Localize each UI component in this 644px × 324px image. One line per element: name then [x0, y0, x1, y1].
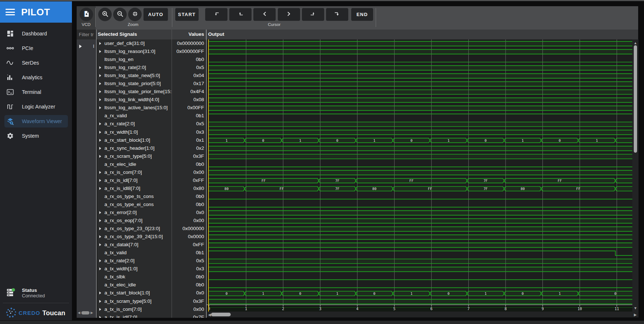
tree-root-node[interactable]: l: [77, 43, 96, 50]
signal-row[interactable]: a_rx_valid0b1: [97, 112, 206, 120]
expand-arrow-icon[interactable]: [99, 227, 101, 230]
signal-row[interactable]: user_def_clk[31:0]0x00000000: [97, 39, 206, 47]
sidebar-item-terminal[interactable]: Terminal: [0, 85, 72, 99]
zoom-fit-button[interactable]: [128, 8, 142, 21]
signal-row[interactable]: a_rx_os_eop[7:0]0x00: [97, 217, 206, 225]
expand-arrow-icon[interactable]: [99, 122, 101, 125]
signal-row[interactable]: a_tx_rate[2:0]0x5: [97, 257, 206, 265]
scroll-right-icon[interactable]: ▶: [634, 313, 637, 317]
expand-arrow-icon[interactable]: [99, 131, 101, 134]
scroll-left-icon[interactable]: ◀: [208, 313, 211, 317]
expand-arrow-icon[interactable]: [99, 66, 101, 69]
signal-row[interactable]: a_rx_error[2:0]0x0: [97, 209, 206, 217]
signal-row[interactable]: a_tx_valid0b1: [97, 249, 206, 257]
prev-falling-edge-button[interactable]: [205, 8, 227, 21]
signal-row[interactable]: a_rx_is_idl8[7:0]0x80: [97, 184, 206, 193]
scroll-left-icon[interactable]: ◀: [78, 311, 80, 315]
signal-row[interactable]: ltssm_log_state_prior_time[15:0]0x4F4: [97, 88, 206, 96]
sidebar-item-serdes[interactable]: SerDes: [0, 56, 72, 70]
scrollbar-thumb[interactable]: [634, 45, 637, 153]
expand-arrow-icon[interactable]: [99, 243, 101, 246]
waveform-vertical-scrollbar[interactable]: ▲ ▼: [632, 39, 639, 312]
sidebar-item-logic-analyzer[interactable]: Logic Analyzer: [0, 99, 72, 114]
signal-row[interactable]: a_tx_elec_idle0b0: [97, 281, 206, 289]
signal-row[interactable]: a_rx_os_type_ts_cons0b0: [97, 193, 206, 201]
expand-arrow-icon[interactable]: [99, 82, 101, 85]
tree-horizontal-scrollbar[interactable]: ◀ ▶: [78, 311, 93, 315]
scrollbar-thumb[interactable]: [211, 313, 231, 316]
scroll-up-icon[interactable]: ▲: [632, 41, 639, 45]
expand-arrow-icon[interactable]: [99, 187, 101, 190]
signal-row[interactable]: a_tx_start_block[1:0]0x0: [97, 289, 206, 297]
signal-row[interactable]: ltssm_log_link_width[4:0]0x08: [97, 96, 206, 104]
expand-arrow-icon[interactable]: [99, 300, 101, 303]
signal-row[interactable]: ltssm_log_reason[31:0]0x000000FF: [97, 47, 206, 56]
expand-arrow-icon[interactable]: [99, 90, 101, 93]
signal-row[interactable]: a_tx_is_com[7:0]0x00: [97, 305, 206, 313]
signal-row[interactable]: a_rx_is_idl[7:0]0xFF: [97, 176, 206, 184]
signal-row[interactable]: ltssm_log_state_new[5:0]0x04: [97, 72, 206, 80]
next-rising-edge-button[interactable]: [302, 8, 324, 21]
waveform-canvas[interactable]: 10101010101FF7FFF7FFF80FF7F80FF7F80FF010…: [207, 39, 632, 312]
next-transition-button[interactable]: [278, 8, 300, 21]
signal-row[interactable]: ltssm_log_state_prior[5:0]0x17: [97, 80, 206, 88]
filter-input[interactable]: Filter tr: [77, 30, 96, 39]
signal-row[interactable]: a_tx_is_idl[7:0]0x7F: [97, 313, 206, 318]
name-value-divider[interactable]: [172, 30, 172, 318]
expand-arrow-icon[interactable]: [99, 179, 101, 182]
sidebar-item-waveform-viewer[interactable]: Waveform Viewer: [0, 114, 72, 129]
expand-arrow-icon[interactable]: [99, 235, 101, 238]
prev-rising-edge-button[interactable]: [229, 8, 252, 21]
expand-arrow-icon[interactable]: [99, 155, 101, 158]
signal-row[interactable]: a_rx_os_type_ei_cons0b0: [97, 201, 206, 209]
expand-arrow-icon[interactable]: [99, 50, 101, 53]
vcd-button[interactable]: [80, 8, 93, 21]
expand-arrow-icon[interactable]: [99, 171, 101, 174]
waveform-horizontal-scrollbar[interactable]: ◀ ▶: [207, 312, 639, 317]
expand-arrow-icon[interactable]: [99, 259, 101, 262]
signal-row[interactable]: ltssm_log_active_lanes[15:0]0x00FF: [97, 104, 206, 112]
prev-transition-button[interactable]: [253, 8, 276, 21]
scroll-down-icon[interactable]: ▼: [632, 306, 639, 310]
signal-row[interactable]: a_rx_scram_type[5:0]0x3F: [97, 152, 206, 160]
signal-row[interactable]: a_tx_scram_type[5:0]0x3F: [97, 297, 206, 305]
panel-divider[interactable]: [96, 30, 97, 318]
expand-arrow-icon[interactable]: [99, 219, 101, 222]
signal-row[interactable]: ltssm_log_rate[2:0]0x5: [97, 64, 206, 72]
signal-row[interactable]: a_rx_sync_header[1:0]0x2: [97, 144, 206, 152]
zoom-auto-button[interactable]: AUTO: [143, 8, 168, 21]
sidebar-item-pcie[interactable]: PCIe: [0, 41, 72, 56]
signal-row[interactable]: a_tx_width[1:0]0x3: [97, 265, 206, 273]
signal-row[interactable]: a_rx_os_type_23_0[23:0]0x000000: [97, 225, 206, 233]
expand-arrow-icon[interactable]: [99, 267, 101, 270]
hamburger-menu-icon[interactable]: [5, 9, 15, 15]
signal-row[interactable]: a_rx_start_block[1:0]0x1: [97, 136, 206, 144]
signal-row[interactable]: a_rx_rate[2:0]0x5: [97, 120, 206, 128]
expand-arrow-icon[interactable]: [99, 291, 101, 294]
expand-arrow-icon[interactable]: [99, 98, 101, 101]
expand-arrow-icon[interactable]: [99, 139, 101, 142]
signal-row[interactable]: a_rx_width[1:0]0x3: [97, 128, 206, 136]
scrollbar-thumb[interactable]: [81, 311, 89, 315]
expand-arrow-icon[interactable]: [99, 211, 101, 214]
expand-arrow-icon[interactable]: [99, 42, 101, 45]
signal-row[interactable]: ltssm_log_en0b0: [97, 56, 206, 64]
signal-row[interactable]: a_rx_os_type_39_24[15:0]0x0000: [97, 233, 206, 241]
expand-arrow-icon[interactable]: [99, 106, 101, 109]
sidebar-item-dashboard[interactable]: Dashboard: [0, 26, 72, 41]
next-falling-edge-button[interactable]: [326, 8, 348, 21]
zoom-out-button[interactable]: [113, 8, 127, 21]
cursor-start-button[interactable]: START: [175, 8, 199, 21]
expand-arrow-icon[interactable]: [99, 316, 101, 318]
signal-row[interactable]: a_rx_datak[7:0]0xFF: [97, 241, 206, 249]
cursor-end-button[interactable]: END: [351, 8, 373, 21]
sidebar-item-analytics[interactable]: Analytics: [0, 70, 72, 85]
signal-row[interactable]: a_rx_is_com[7:0]0x00: [97, 168, 206, 176]
scroll-right-icon[interactable]: ▶: [91, 311, 93, 315]
expand-arrow-icon[interactable]: [99, 308, 101, 311]
sidebar-item-system[interactable]: System: [0, 129, 72, 143]
signal-row[interactable]: a_tx_slbk0b0: [97, 273, 206, 281]
zoom-in-button[interactable]: [98, 8, 112, 21]
signal-row[interactable]: a_rx_elec_idle0b0: [97, 160, 206, 168]
expand-arrow-icon[interactable]: [99, 147, 101, 150]
